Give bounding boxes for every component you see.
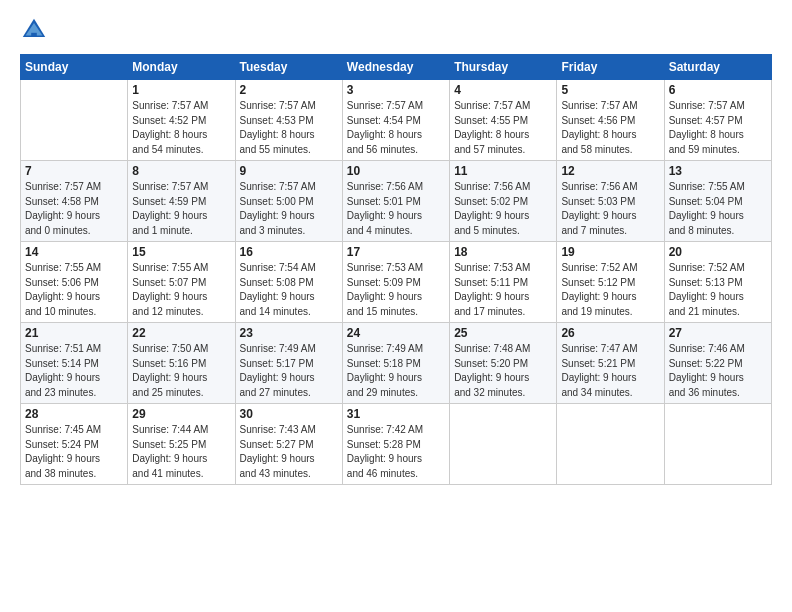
week-row-4: 21Sunrise: 7:51 AMSunset: 5:14 PMDayligh… xyxy=(21,323,772,404)
day-number: 7 xyxy=(25,164,123,178)
day-info: Sunrise: 7:55 AMSunset: 5:06 PMDaylight:… xyxy=(25,261,123,319)
col-header-thursday: Thursday xyxy=(450,55,557,80)
logo-icon xyxy=(20,16,48,44)
calendar-cell: 27Sunrise: 7:46 AMSunset: 5:22 PMDayligh… xyxy=(664,323,771,404)
day-number: 2 xyxy=(240,83,338,97)
day-info: Sunrise: 7:52 AMSunset: 5:13 PMDaylight:… xyxy=(669,261,767,319)
day-number: 20 xyxy=(669,245,767,259)
day-number: 19 xyxy=(561,245,659,259)
calendar-cell: 20Sunrise: 7:52 AMSunset: 5:13 PMDayligh… xyxy=(664,242,771,323)
col-header-saturday: Saturday xyxy=(664,55,771,80)
day-number: 18 xyxy=(454,245,552,259)
day-info: Sunrise: 7:57 AMSunset: 4:53 PMDaylight:… xyxy=(240,99,338,157)
day-info: Sunrise: 7:48 AMSunset: 5:20 PMDaylight:… xyxy=(454,342,552,400)
calendar-cell: 7Sunrise: 7:57 AMSunset: 4:58 PMDaylight… xyxy=(21,161,128,242)
calendar-cell: 22Sunrise: 7:50 AMSunset: 5:16 PMDayligh… xyxy=(128,323,235,404)
day-number: 10 xyxy=(347,164,445,178)
week-row-2: 7Sunrise: 7:57 AMSunset: 4:58 PMDaylight… xyxy=(21,161,772,242)
day-info: Sunrise: 7:56 AMSunset: 5:02 PMDaylight:… xyxy=(454,180,552,238)
day-number: 21 xyxy=(25,326,123,340)
day-number: 27 xyxy=(669,326,767,340)
calendar-cell: 5Sunrise: 7:57 AMSunset: 4:56 PMDaylight… xyxy=(557,80,664,161)
day-info: Sunrise: 7:57 AMSunset: 4:59 PMDaylight:… xyxy=(132,180,230,238)
calendar-cell: 11Sunrise: 7:56 AMSunset: 5:02 PMDayligh… xyxy=(450,161,557,242)
day-number: 5 xyxy=(561,83,659,97)
day-info: Sunrise: 7:52 AMSunset: 5:12 PMDaylight:… xyxy=(561,261,659,319)
day-info: Sunrise: 7:53 AMSunset: 5:09 PMDaylight:… xyxy=(347,261,445,319)
day-number: 28 xyxy=(25,407,123,421)
day-number: 16 xyxy=(240,245,338,259)
day-info: Sunrise: 7:44 AMSunset: 5:25 PMDaylight:… xyxy=(132,423,230,481)
calendar-header: SundayMondayTuesdayWednesdayThursdayFrid… xyxy=(21,55,772,80)
day-number: 24 xyxy=(347,326,445,340)
day-number: 8 xyxy=(132,164,230,178)
calendar-cell: 25Sunrise: 7:48 AMSunset: 5:20 PMDayligh… xyxy=(450,323,557,404)
calendar-cell: 17Sunrise: 7:53 AMSunset: 5:09 PMDayligh… xyxy=(342,242,449,323)
calendar-cell: 24Sunrise: 7:49 AMSunset: 5:18 PMDayligh… xyxy=(342,323,449,404)
day-info: Sunrise: 7:51 AMSunset: 5:14 PMDaylight:… xyxy=(25,342,123,400)
calendar-cell: 2Sunrise: 7:57 AMSunset: 4:53 PMDaylight… xyxy=(235,80,342,161)
week-row-5: 28Sunrise: 7:45 AMSunset: 5:24 PMDayligh… xyxy=(21,404,772,485)
day-number: 11 xyxy=(454,164,552,178)
calendar-cell: 3Sunrise: 7:57 AMSunset: 4:54 PMDaylight… xyxy=(342,80,449,161)
day-info: Sunrise: 7:54 AMSunset: 5:08 PMDaylight:… xyxy=(240,261,338,319)
day-number: 30 xyxy=(240,407,338,421)
day-number: 1 xyxy=(132,83,230,97)
calendar-cell xyxy=(450,404,557,485)
day-info: Sunrise: 7:56 AMSunset: 5:01 PMDaylight:… xyxy=(347,180,445,238)
calendar-cell: 9Sunrise: 7:57 AMSunset: 5:00 PMDaylight… xyxy=(235,161,342,242)
day-info: Sunrise: 7:57 AMSunset: 5:00 PMDaylight:… xyxy=(240,180,338,238)
week-row-3: 14Sunrise: 7:55 AMSunset: 5:06 PMDayligh… xyxy=(21,242,772,323)
col-header-wednesday: Wednesday xyxy=(342,55,449,80)
calendar-cell: 14Sunrise: 7:55 AMSunset: 5:06 PMDayligh… xyxy=(21,242,128,323)
calendar-cell: 18Sunrise: 7:53 AMSunset: 5:11 PMDayligh… xyxy=(450,242,557,323)
calendar-cell: 21Sunrise: 7:51 AMSunset: 5:14 PMDayligh… xyxy=(21,323,128,404)
day-number: 3 xyxy=(347,83,445,97)
week-row-1: 1Sunrise: 7:57 AMSunset: 4:52 PMDaylight… xyxy=(21,80,772,161)
calendar-cell: 28Sunrise: 7:45 AMSunset: 5:24 PMDayligh… xyxy=(21,404,128,485)
calendar-cell: 8Sunrise: 7:57 AMSunset: 4:59 PMDaylight… xyxy=(128,161,235,242)
svg-rect-2 xyxy=(31,33,37,37)
day-number: 6 xyxy=(669,83,767,97)
calendar-cell: 4Sunrise: 7:57 AMSunset: 4:55 PMDaylight… xyxy=(450,80,557,161)
day-number: 26 xyxy=(561,326,659,340)
day-info: Sunrise: 7:57 AMSunset: 4:56 PMDaylight:… xyxy=(561,99,659,157)
day-info: Sunrise: 7:50 AMSunset: 5:16 PMDaylight:… xyxy=(132,342,230,400)
day-info: Sunrise: 7:49 AMSunset: 5:18 PMDaylight:… xyxy=(347,342,445,400)
day-number: 22 xyxy=(132,326,230,340)
calendar-cell xyxy=(664,404,771,485)
day-info: Sunrise: 7:43 AMSunset: 5:27 PMDaylight:… xyxy=(240,423,338,481)
calendar-cell: 12Sunrise: 7:56 AMSunset: 5:03 PMDayligh… xyxy=(557,161,664,242)
day-number: 17 xyxy=(347,245,445,259)
page: SundayMondayTuesdayWednesdayThursdayFrid… xyxy=(0,0,792,612)
col-header-monday: Monday xyxy=(128,55,235,80)
calendar-cell: 15Sunrise: 7:55 AMSunset: 5:07 PMDayligh… xyxy=(128,242,235,323)
day-info: Sunrise: 7:42 AMSunset: 5:28 PMDaylight:… xyxy=(347,423,445,481)
day-number: 14 xyxy=(25,245,123,259)
day-info: Sunrise: 7:57 AMSunset: 4:57 PMDaylight:… xyxy=(669,99,767,157)
calendar-cell xyxy=(21,80,128,161)
header xyxy=(20,16,772,44)
day-number: 31 xyxy=(347,407,445,421)
day-info: Sunrise: 7:57 AMSunset: 4:55 PMDaylight:… xyxy=(454,99,552,157)
day-info: Sunrise: 7:57 AMSunset: 4:58 PMDaylight:… xyxy=(25,180,123,238)
calendar-cell: 30Sunrise: 7:43 AMSunset: 5:27 PMDayligh… xyxy=(235,404,342,485)
calendar-cell: 1Sunrise: 7:57 AMSunset: 4:52 PMDaylight… xyxy=(128,80,235,161)
day-number: 23 xyxy=(240,326,338,340)
calendar-table: SundayMondayTuesdayWednesdayThursdayFrid… xyxy=(20,54,772,485)
day-info: Sunrise: 7:57 AMSunset: 4:54 PMDaylight:… xyxy=(347,99,445,157)
calendar-cell: 10Sunrise: 7:56 AMSunset: 5:01 PMDayligh… xyxy=(342,161,449,242)
day-info: Sunrise: 7:56 AMSunset: 5:03 PMDaylight:… xyxy=(561,180,659,238)
day-info: Sunrise: 7:49 AMSunset: 5:17 PMDaylight:… xyxy=(240,342,338,400)
col-header-tuesday: Tuesday xyxy=(235,55,342,80)
col-header-sunday: Sunday xyxy=(21,55,128,80)
day-info: Sunrise: 7:55 AMSunset: 5:04 PMDaylight:… xyxy=(669,180,767,238)
day-number: 15 xyxy=(132,245,230,259)
calendar-cell: 29Sunrise: 7:44 AMSunset: 5:25 PMDayligh… xyxy=(128,404,235,485)
day-number: 4 xyxy=(454,83,552,97)
logo xyxy=(20,16,52,44)
calendar-cell xyxy=(557,404,664,485)
day-info: Sunrise: 7:45 AMSunset: 5:24 PMDaylight:… xyxy=(25,423,123,481)
calendar-cell: 13Sunrise: 7:55 AMSunset: 5:04 PMDayligh… xyxy=(664,161,771,242)
calendar-cell: 31Sunrise: 7:42 AMSunset: 5:28 PMDayligh… xyxy=(342,404,449,485)
